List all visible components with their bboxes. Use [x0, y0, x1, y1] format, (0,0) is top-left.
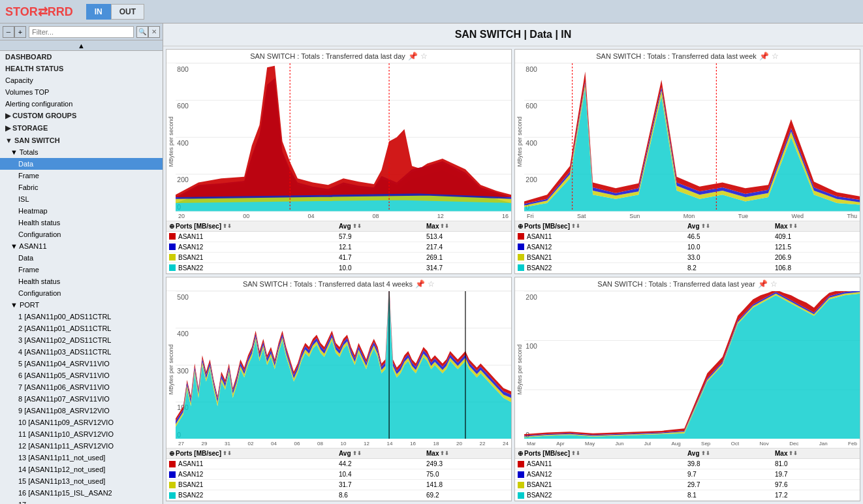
sidebar-port-15[interactable]: 15 [ASAN11p13_not_used]	[0, 475, 163, 487]
sidebar-port-11[interactable]: 11 [ASAN11p10_ASRV12VIO	[0, 428, 163, 440]
sidebar-port-8[interactable]: 8 [ASAN11p07_ASRV11VIO	[0, 393, 163, 405]
sidebar-item-capacity[interactable]: Capacity	[0, 74, 163, 86]
sidebar-port-17[interactable]: 17	[0, 499, 163, 504]
sidebar-port-7[interactable]: 7 [ASAN11p06_ASRV11VIO	[0, 381, 163, 393]
sidebar-add-btn[interactable]: +	[14, 26, 26, 38]
sidebar-port-14[interactable]: 14 [ASAN11p12_not_used]	[0, 464, 163, 475]
color-bsan21	[169, 254, 176, 260]
chart-last-4weeks-star[interactable]: ☆	[428, 279, 435, 289]
sidebar-item-health-status-totals[interactable]: Health status	[0, 217, 163, 228]
main-layout: ─ + 🔍 ✕ ▲ DASHBOARD HEALTH STATUS Capaci…	[0, 24, 863, 504]
legend-col-avg[interactable]: Avg ⬆⬇	[336, 221, 424, 231]
sidebar-item-configuration-totals[interactable]: Configuration	[0, 228, 163, 240]
svg-text:200: 200	[526, 292, 537, 300]
chart-last-day-star[interactable]: ☆	[420, 52, 428, 61]
legend-year-row-2: BSAN21 29.7 97.6	[515, 480, 860, 490]
sidebar-item-port[interactable]: ▼ PORT	[0, 299, 163, 311]
sidebar-port-1[interactable]: 1 [ASAN11p00_ADS11CTRL	[0, 311, 163, 323]
sidebar-port-4[interactable]: 4 [ASAN11p03_ADS11CTRL	[0, 346, 163, 358]
legend-col-max[interactable]: Max ⬆⬇	[424, 221, 511, 231]
legend-week-row-2: BSAN21 33.0 206.9	[515, 253, 860, 263]
tab-out[interactable]: OUT	[111, 4, 144, 20]
legend-4weeks-col-avg[interactable]: Avg ⬆⬇	[336, 449, 424, 458]
legend-row-3: BSAN22 10.0 314.7	[166, 263, 511, 274]
sidebar-item-asan11-health[interactable]: Health status	[0, 276, 163, 287]
sidebar-item-asan11-config[interactable]: Configuration	[0, 287, 163, 299]
sidebar-item-frame[interactable]: Frame	[0, 170, 163, 181]
legend-week-col-port[interactable]: ⊕ Ports [MB/sec] ⬆⬇	[515, 221, 685, 231]
legend-week-col-avg[interactable]: Avg ⬆⬇	[685, 221, 772, 231]
color-bsan22	[169, 264, 176, 271]
svg-marker-42	[176, 292, 511, 439]
tab-in[interactable]: IN	[86, 4, 111, 20]
legend-year-col-max[interactable]: Max ⬆⬇	[772, 449, 860, 458]
sidebar-port-12[interactable]: 12 [ASAN11p11_ASRV12VIO	[0, 440, 163, 452]
sidebar-port-13[interactable]: 13 [ASAN11p11_not_used]	[0, 452, 163, 464]
legend-week-row-0: ASAN11 46.5 409.1	[515, 232, 860, 242]
chart-last-day-legend: ⊕ Ports [MB/sec] ⬆⬇ Avg ⬆⬇ Max ⬆⬇ ASAN11…	[166, 221, 511, 274]
svg-text:400: 400	[177, 138, 189, 146]
chart-last-day-pin[interactable]: 📌	[408, 52, 418, 61]
sidebar-item-alerting[interactable]: Alerting configuration	[0, 98, 163, 110]
color-asan11	[169, 233, 176, 240]
sidebar-port-16[interactable]: 16 [ASAN11p15_ISL_ASAN2	[0, 487, 163, 499]
legend-header: ⊕ Ports [MB/sec] ⬆⬇ Avg ⬆⬇ Max ⬆⬇	[166, 221, 511, 232]
sidebar-item-asan11-data[interactable]: Data	[0, 252, 163, 264]
sidebar-search-btn[interactable]: 🔍	[136, 26, 148, 38]
legend-row-2: BSAN21 41.7 269.1	[166, 253, 511, 263]
chart-last-week-svg-area: 800 600 400 200 0	[524, 63, 860, 221]
sidebar-item-volumes-top[interactable]: Volumes TOP	[0, 86, 163, 98]
sidebar-port-2[interactable]: 2 [ASAN11p01_ADS11CTRL	[0, 323, 163, 334]
chart-last-year-xaxis: Mar Apr May Jun Jul Aug Sep Oct Nov Dec …	[524, 439, 860, 448]
sidebar-port-3[interactable]: 3 [ASAN11p02_ADS11CTRL	[0, 334, 163, 346]
legend-year-col-port[interactable]: ⊕ Ports [MB/sec] ⬆⬇	[515, 449, 685, 458]
legend-year-row-0: ASAN11 39.8 81.0	[515, 459, 860, 469]
top-bar: STOR⇄RRD IN OUT	[0, 0, 863, 24]
sidebar-close-btn[interactable]: ✕	[148, 26, 160, 38]
sidebar-collapse-btn[interactable]: ─	[3, 26, 14, 38]
sidebar-item-dashboard[interactable]: DASHBOARD	[0, 51, 163, 63]
sidebar-port-6[interactable]: 6 [ASAN11p05_ASRV11VIO	[0, 370, 163, 381]
chart-last-year-body: MBytes per second 200 100 0	[515, 291, 860, 449]
chart-last-week-pin[interactable]: 📌	[759, 52, 769, 61]
sidebar-port-5[interactable]: 5 [ASAN11p04_ASRV11VIO	[0, 358, 163, 370]
sidebar-item-san-switch[interactable]: ▼ SAN SWITCH	[0, 134, 163, 146]
chart-last-year-pin[interactable]: 📌	[758, 279, 768, 289]
chart-last-week-legend: ⊕ Ports [MB/sec] ⬆⬇ Avg ⬆⬇ Max ⬆⬇ ASAN11…	[515, 221, 860, 274]
sidebar-filter-input[interactable]	[29, 26, 134, 38]
svg-text:200: 200	[526, 176, 537, 183]
sidebar-item-storage[interactable]: ▶ STORAGE	[0, 122, 163, 134]
legend-year-col-avg[interactable]: Avg ⬆⬇	[685, 449, 772, 458]
svg-text:300: 300	[177, 366, 189, 374]
sidebar-port-9[interactable]: 9 [ASAN11p08_ASRV12VIO	[0, 405, 163, 417]
sidebar-scroll-up[interactable]: ▲	[0, 40, 163, 51]
legend-week-col-max[interactable]: Max ⬆⬇	[772, 221, 860, 231]
chart-last-year-header: SAN SWITCH : Totals : Transferred data l…	[515, 277, 860, 291]
legend-4weeks-row-1: ASAN12 10.4 75.0	[166, 469, 511, 480]
chart-last-week-ylabel: MBytes per second	[515, 63, 524, 221]
legend-4weeks-col-port[interactable]: ⊕ Ports [MB/sec] ⬆⬇	[166, 449, 336, 458]
svg-text:600: 600	[177, 102, 189, 110]
chart-last-4weeks-pin[interactable]: 📌	[415, 279, 425, 289]
sidebar-item-asan11-frame[interactable]: Frame	[0, 264, 163, 276]
content-area: SAN SWITCH | Data | IN SAN SWITCH : Tota…	[163, 24, 863, 504]
sidebar-item-isl[interactable]: ISL	[0, 193, 163, 205]
legend-col-port[interactable]: ⊕ Ports [MB/sec] ⬆⬇	[166, 221, 336, 231]
sidebar-item-health-status[interactable]: HEALTH STATUS	[0, 63, 163, 74]
chart-last-year-star[interactable]: ☆	[770, 279, 777, 289]
chart-last-week-star[interactable]: ☆	[772, 52, 779, 61]
chart-last-week: SAN SWITCH : Totals : Transferred data l…	[514, 49, 860, 274]
sidebar-item-data[interactable]: Data	[0, 158, 163, 170]
legend-4weeks-col-max[interactable]: Max ⬆⬇	[424, 449, 511, 458]
svg-text:400: 400	[526, 138, 537, 146]
svg-marker-13	[176, 66, 511, 197]
legend-header-year: ⊕ Ports [MB/sec] ⬆⬇ Avg ⬆⬇ Max ⬆⬇	[515, 449, 860, 459]
sidebar-port-10[interactable]: 10 [ASAN11p09_ASRV12VIO	[0, 417, 163, 428]
legend-week-row-1: ASAN12 10.0 121.5	[515, 242, 860, 253]
sidebar-item-custom-groups[interactable]: ▶ CUSTOM GROUPS	[0, 110, 163, 122]
sidebar-item-heatmap[interactable]: Heatmap	[0, 205, 163, 217]
charts-area: SAN SWITCH : Totals : Transferred data l…	[163, 46, 863, 504]
sidebar-item-totals[interactable]: ▼ Totals	[0, 146, 163, 158]
sidebar-item-fabric[interactable]: Fabric	[0, 181, 163, 193]
sidebar-item-asan11[interactable]: ▼ ASAN11	[0, 240, 163, 252]
